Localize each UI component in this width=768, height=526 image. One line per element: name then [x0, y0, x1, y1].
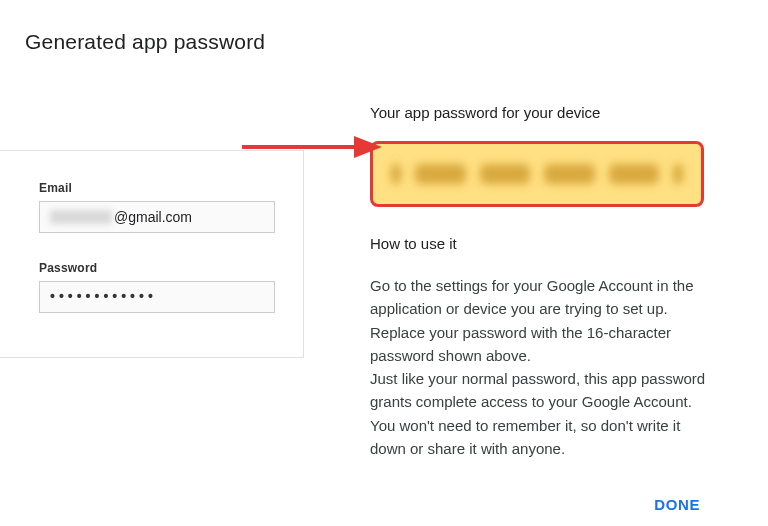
password-redacted-icon — [391, 164, 401, 184]
password-redacted-icon — [673, 164, 683, 184]
password-redacted-icon — [415, 164, 466, 184]
password-redacted-icon — [544, 164, 595, 184]
instructions-para-2: Just like your normal password, this app… — [370, 370, 705, 457]
password-field[interactable]: •••••••••••• — [39, 281, 275, 313]
page-title: Generated app password — [0, 0, 768, 54]
instructions-para-1: Go to the settings for your Google Accou… — [370, 277, 694, 364]
password-redacted-icon — [480, 164, 531, 184]
instructions-text: Go to the settings for your Google Accou… — [370, 274, 710, 460]
password-redacted-icon — [609, 164, 660, 184]
login-preview-card: Email @gmail.com Password •••••••••••• — [0, 150, 304, 358]
email-field[interactable]: @gmail.com — [39, 201, 275, 233]
done-button[interactable]: DONE — [644, 490, 710, 519]
email-suffix: @gmail.com — [114, 209, 192, 225]
app-password-heading: Your app password for your device — [370, 104, 748, 121]
email-label: Email — [39, 181, 275, 195]
app-password-box — [370, 141, 704, 207]
email-redacted-icon — [50, 210, 112, 224]
how-to-heading: How to use it — [370, 235, 748, 252]
password-label: Password — [39, 261, 275, 275]
